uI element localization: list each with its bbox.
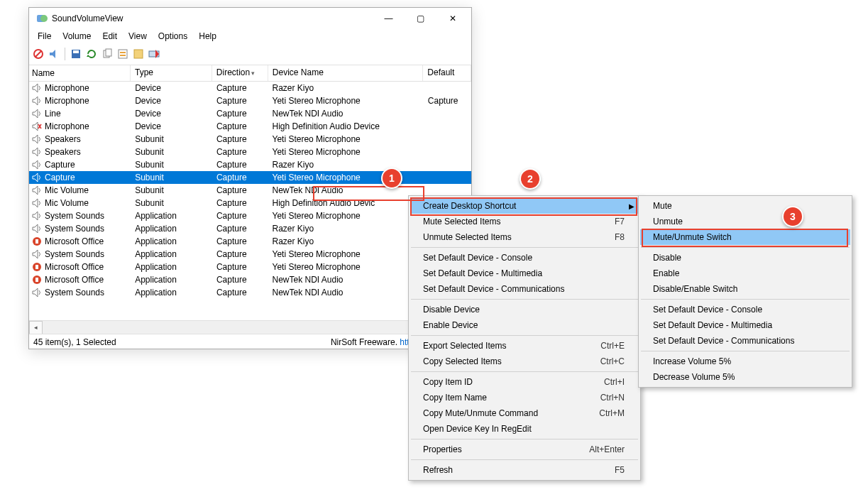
menu-item[interactable]: Set Default Device - Console — [640, 302, 850, 317]
row-icon — [32, 262, 42, 272]
window-controls: — ▢ ✕ — [373, 9, 468, 28]
row-device: NewTek NDI Audio — [268, 108, 423, 119]
table-row[interactable]: SpeakersSubunitCaptureYeti Stereo Microp… — [29, 146, 471, 158]
menu-item-label: Disable/Enable Switch — [653, 284, 737, 294]
status-selection: 45 item(s), 1 Selected — [33, 337, 116, 347]
menu-view[interactable]: View — [123, 30, 153, 43]
menu-separator — [411, 299, 638, 300]
menu-item[interactable]: Set Default Device - Console — [410, 250, 639, 266]
refresh-icon[interactable] — [85, 48, 98, 60]
table-row[interactable]: System SoundsApplicationCaptureNewTek ND… — [29, 286, 471, 299]
menu-item[interactable]: Enable Device — [410, 317, 639, 333]
row-direction: Capture — [212, 197, 268, 209]
menu-item[interactable]: Open Device Key In RegEdit — [410, 421, 639, 437]
col-direction-label: Direction — [216, 67, 250, 77]
menu-options[interactable]: Options — [153, 30, 193, 43]
app-window: SoundVolumeView — ▢ ✕ File Volume Edit V… — [28, 7, 472, 349]
menu-item[interactable]: Disable/Enable Switch — [640, 281, 850, 297]
menu-volume[interactable]: Volume — [57, 30, 97, 43]
row-device: Yeti Stereo Microphone — [268, 261, 423, 273]
col-device[interactable]: Device Name — [268, 65, 424, 81]
row-direction: Capture — [212, 108, 268, 119]
menu-item[interactable]: Create Desktop Shortcut▶ — [410, 198, 639, 214]
table-row[interactable]: Microsoft OfficeApplicationCaptureNewTek… — [29, 273, 471, 286]
row-device: NewTek NDI Audio — [268, 274, 423, 285]
table-row[interactable]: MicrophoneDeviceCaptureYeti Stereo Micro… — [29, 94, 471, 107]
menu-help[interactable]: Help — [193, 30, 222, 43]
row-type: Subunit — [131, 159, 212, 170]
annotation-badge-1: 1 — [381, 168, 402, 189]
annotation-badge-2: 2 — [520, 168, 541, 190]
horizontal-scrollbar[interactable]: ◂ ▸ — [29, 320, 471, 334]
menu-item[interactable]: RefreshF5 — [410, 462, 639, 478]
table-row[interactable]: System SoundsApplicationCaptureYeti Ster… — [29, 248, 471, 261]
menu-item[interactable]: Mute — [640, 198, 850, 214]
row-icon — [32, 198, 42, 208]
col-name[interactable]: Name — [29, 65, 131, 81]
menu-item[interactable]: Copy Item IDCtrl+I — [410, 374, 639, 390]
menu-item[interactable]: PropertiesAlt+Enter — [410, 442, 639, 457]
menu-edit[interactable]: Edit — [97, 30, 123, 43]
menu-separator — [641, 351, 850, 351]
svg-rect-9 — [106, 49, 111, 56]
table-row[interactable]: MicrophoneDeviceCaptureHigh Definition A… — [29, 120, 471, 133]
menu-item[interactable]: Set Default Device - Multimedia — [410, 266, 639, 281]
table-row[interactable]: Mic VolumeSubunitCaptureHigh Definition … — [29, 197, 471, 209]
settings-icon[interactable] — [148, 48, 160, 60]
row-type: Device — [131, 95, 212, 106]
svg-marker-32 — [33, 250, 38, 258]
save-icon[interactable] — [70, 48, 82, 60]
table-row[interactable]: SpeakersSubunitCaptureYeti Stereo Microp… — [29, 133, 471, 146]
table-row[interactable]: Microsoft OfficeApplicationCaptureYeti S… — [29, 261, 471, 273]
mute-icon[interactable] — [32, 48, 45, 60]
menu-item[interactable]: Set Default Device - Communications — [640, 333, 850, 349]
menu-item[interactable]: Copy Item NameCtrl+N — [410, 390, 639, 405]
col-default[interactable]: Default — [423, 65, 471, 81]
table-row[interactable]: LineDeviceCaptureNewTek NDI Audio — [29, 107, 471, 120]
menu-item-label: Enable — [653, 268, 679, 278]
menu-item[interactable]: Unmute Selected ItemsF8 — [410, 229, 639, 245]
table-row[interactable]: MicrophoneDeviceCaptureRazer Kiyo — [29, 82, 471, 94]
menu-item[interactable]: Disable Device — [410, 302, 639, 317]
minimize-button[interactable]: — — [373, 9, 405, 28]
row-type: Application — [131, 236, 212, 247]
menu-item[interactable]: Set Default Device - Communications — [410, 281, 639, 297]
table-row[interactable]: CaptureSubunitCaptureRazer Kiyo — [29, 158, 471, 171]
menu-item[interactable]: Copy Mute/Unmute CommandCtrl+M — [410, 405, 639, 421]
copy-icon[interactable] — [101, 48, 114, 60]
scroll-left-icon[interactable]: ◂ — [29, 321, 43, 334]
properties-icon[interactable] — [116, 48, 129, 60]
menu-shortcut: F5 — [615, 465, 625, 475]
col-type[interactable]: Type — [131, 65, 212, 81]
menu-file[interactable]: File — [32, 30, 57, 43]
maximize-button[interactable]: ▢ — [405, 9, 436, 28]
menu-item[interactable]: Unmute — [640, 214, 850, 229]
menu-separator — [411, 439, 638, 439]
speaker-icon[interactable] — [48, 48, 60, 60]
col-direction[interactable]: Direction▾ — [212, 65, 268, 81]
export-icon[interactable] — [132, 48, 145, 60]
menu-item[interactable]: Export Selected ItemsCtrl+E — [410, 338, 639, 354]
menu-item[interactable]: Mute/Unmute Switch — [640, 229, 850, 245]
list-body[interactable]: MicrophoneDeviceCaptureRazer KiyoMicroph… — [29, 82, 471, 320]
row-type: Device — [131, 82, 212, 94]
table-row[interactable]: Microsoft OfficeApplicationCaptureRazer … — [29, 235, 471, 248]
menu-item[interactable]: Decrease Volume 5% — [640, 369, 850, 385]
menu-item[interactable]: Copy Selected ItemsCtrl+C — [410, 354, 639, 369]
svg-marker-7 — [87, 55, 90, 57]
svg-point-1 — [40, 15, 48, 22]
menu-item[interactable]: Mute Selected ItemsF7 — [410, 214, 639, 229]
row-type: Application — [131, 223, 212, 234]
row-name: Mic Volume — [45, 185, 89, 195]
table-row[interactable]: System SoundsApplicationCaptureYeti Ster… — [29, 209, 471, 222]
menu-separator — [641, 299, 850, 300]
row-icon — [32, 275, 42, 285]
table-row[interactable]: System SoundsApplicationCaptureRazer Kiy… — [29, 222, 471, 235]
menu-item[interactable]: Disable — [640, 250, 850, 266]
table-row[interactable]: Mic VolumeSubunitCaptureNewTek NDI Audio — [29, 184, 471, 197]
close-button[interactable]: ✕ — [436, 9, 468, 28]
menu-item[interactable]: Set Default Device - Multimedia — [640, 317, 850, 333]
menu-item[interactable]: Increase Volume 5% — [640, 354, 850, 369]
menu-item[interactable]: Enable — [640, 266, 850, 281]
table-row[interactable]: CaptureSubunitCaptureYeti Stereo Microph… — [29, 171, 471, 184]
